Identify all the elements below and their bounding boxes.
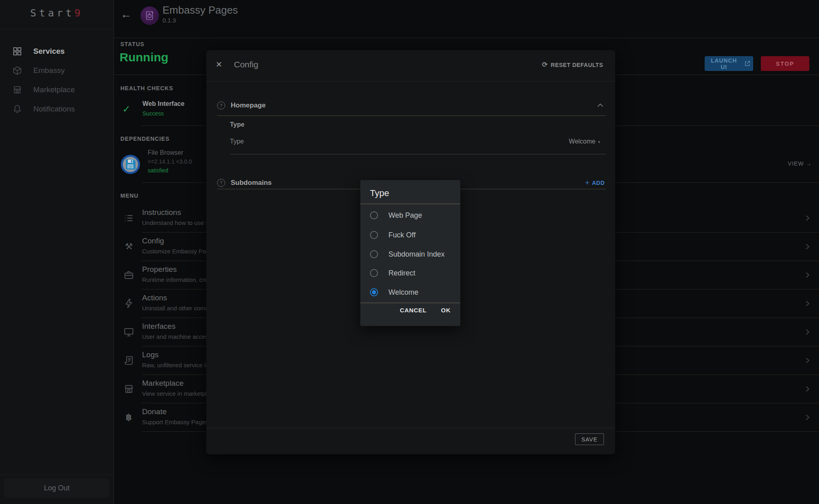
menu-item-label: Actions <box>142 293 167 302</box>
chevron-up-icon[interactable] <box>596 101 605 110</box>
embassy-pages-app-icon <box>140 6 159 25</box>
modal-footer-divider <box>206 428 615 428</box>
chevron-right-icon <box>803 242 812 251</box>
briefcase-icon <box>124 270 134 280</box>
menu-item-label: Config <box>142 237 164 245</box>
chevron-right-icon <box>803 214 812 223</box>
radio-option-label: Welcome <box>388 288 419 297</box>
add-label: ADD <box>592 180 605 186</box>
radio-option-label: Redirect <box>388 269 415 277</box>
sidebar-item-services[interactable]: Services <box>0 42 114 61</box>
config-modal-title: Config <box>234 60 258 69</box>
file-browser-icon <box>121 155 140 174</box>
chevron-right-icon <box>803 328 812 336</box>
chevron-right-icon <box>803 271 812 279</box>
radio-option-redirect[interactable]: Redirect <box>360 265 460 281</box>
start9-logo: Start9 <box>0 7 114 19</box>
receipt-icon <box>124 355 134 366</box>
menu-item-label: Properties <box>142 265 177 274</box>
health-checks-heading: HEALTH CHECKS <box>120 85 173 91</box>
type-dialog-title: Type <box>370 188 389 198</box>
page-title: Embassy Pages <box>163 4 238 16</box>
sidebar: Start9 Services Embassy Marketplace No <box>0 0 114 504</box>
ok-button[interactable]: OK <box>441 307 451 314</box>
modal-header-divider <box>206 81 615 81</box>
homepage-section-divider <box>217 115 606 116</box>
radio-option-label: Fuck Off <box>388 231 416 239</box>
radio-option-welcome[interactable]: Welcome <box>360 284 460 300</box>
type-field-underline <box>230 154 606 154</box>
dependency-status: satisfied <box>148 167 168 174</box>
sidebar-item-label: Embassy <box>33 66 65 75</box>
cube-icon <box>12 66 22 75</box>
plus-icon: + <box>585 179 589 187</box>
sidebar-item-notifications[interactable]: Notifications <box>0 99 114 119</box>
close-icon[interactable]: × <box>216 59 222 69</box>
stop-button[interactable]: STOP <box>761 56 809 71</box>
chevron-right-icon <box>803 413 812 422</box>
radio-option-label: Subdomain Index <box>388 250 445 259</box>
reset-defaults-button[interactable]: ⟳ RESET DEFAULTS <box>542 61 603 69</box>
homepage-section-header[interactable]: ? Homepage <box>217 101 605 110</box>
radio-icon <box>370 250 378 258</box>
dialog-divider <box>360 303 460 303</box>
dependency-view-link[interactable]: VIEW → <box>788 160 812 167</box>
reset-defaults-label: RESET DEFAULTS <box>551 62 603 68</box>
chevron-right-icon <box>803 356 812 365</box>
add-subdomain-button[interactable]: + ADD <box>585 179 605 187</box>
sidebar-item-label: Services <box>33 47 65 56</box>
bitcoin-icon: ฿ <box>124 412 134 423</box>
radio-icon <box>370 269 378 277</box>
launch-ui-label: LAUNCH UI <box>707 57 741 70</box>
dependency-name: File Browser <box>148 149 183 156</box>
logout-button[interactable]: Log Out <box>4 478 110 498</box>
help-icon[interactable]: ? <box>217 101 225 109</box>
subdomains-section-title: Subdomains <box>231 179 272 187</box>
dependencies-heading: DEPENDENCIES <box>120 136 169 142</box>
menu-item-label: Donate <box>142 407 167 416</box>
launch-ui-button[interactable]: LAUNCH UI <box>705 56 753 71</box>
logo-text: Start <box>30 7 74 19</box>
logout-divider <box>0 475 114 475</box>
arrow-right-icon: → <box>806 160 812 167</box>
status-value: Running <box>120 51 169 64</box>
app-version: 0.1.3 <box>163 17 176 24</box>
view-label: VIEW <box>788 160 804 167</box>
save-button[interactable]: SAVE <box>575 433 604 445</box>
type-field-selected: Welcome <box>569 138 595 145</box>
sidebar-divider <box>0 29 114 29</box>
radio-icon <box>370 231 378 239</box>
menu-heading: MENU <box>120 192 138 199</box>
storefront-icon <box>12 85 22 95</box>
sidebar-item-embassy[interactable]: Embassy <box>0 61 114 80</box>
cancel-button[interactable]: CANCEL <box>400 307 427 314</box>
radio-option-fuck-off[interactable]: Fuck Off <box>360 227 460 243</box>
help-icon[interactable]: ? <box>217 179 225 187</box>
storefront-icon <box>124 384 134 394</box>
sidebar-item-marketplace[interactable]: Marketplace <box>0 80 114 99</box>
type-field-value[interactable]: Welcome▾ <box>569 138 600 145</box>
radio-option-subdomain-index[interactable]: Subdomain Index <box>360 246 460 262</box>
grid-icon <box>12 47 22 56</box>
check-icon: ✓ <box>122 103 130 115</box>
chevron-right-icon <box>803 385 812 393</box>
app-root: Start9 Services Embassy Marketplace No <box>0 0 819 504</box>
sidebar-item-label: Notifications <box>33 105 75 113</box>
sidebar-item-label: Marketplace <box>33 85 75 94</box>
menu-item-label: Logs <box>142 350 159 359</box>
radio-option-label: Web Page <box>388 211 422 220</box>
type-group-label: Type <box>230 121 244 128</box>
menu-item-label: Instructions <box>142 208 181 217</box>
menu-item-label: Marketplace <box>142 379 184 388</box>
radio-option-web-page[interactable]: Web Page <box>360 207 460 223</box>
lightning-icon <box>124 298 134 309</box>
menu-item-label: Interfaces <box>142 322 175 331</box>
list-icon <box>124 213 134 223</box>
tools-icon: ⚒ <box>124 241 134 252</box>
caret-down-icon: ▾ <box>598 139 600 145</box>
radio-icon <box>370 288 378 296</box>
back-arrow-icon[interactable]: ← <box>120 9 132 20</box>
refresh-icon: ⟳ <box>542 61 548 69</box>
monitor-icon <box>124 327 134 337</box>
bell-icon <box>12 104 22 114</box>
